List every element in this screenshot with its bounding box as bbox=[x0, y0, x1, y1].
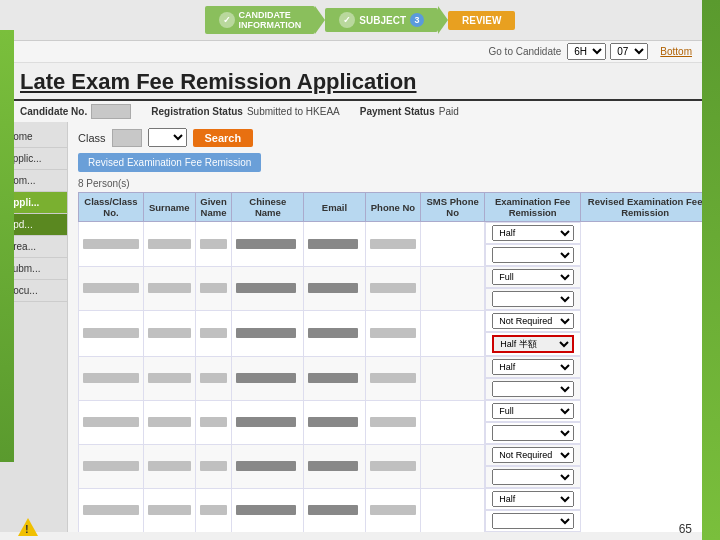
col-header-given: GivenName bbox=[195, 193, 232, 222]
candidate-check-icon: ✓ bbox=[219, 12, 235, 28]
cell-chinese-4 bbox=[232, 400, 304, 444]
revised-fee-select-1[interactable]: Half 半額Full 全額Not Required bbox=[492, 291, 574, 307]
cell-exam-fee-2[interactable]: HalfFullNot Required bbox=[485, 310, 581, 332]
col-header-phone: Phone No bbox=[365, 193, 421, 222]
exam-fee-select-4[interactable]: HalfFullNot Required bbox=[492, 403, 574, 419]
navigation-row: Go to Candidate 6H6A6B 070102 Bottom bbox=[0, 41, 720, 63]
payment-status-item: Payment Status Paid bbox=[360, 106, 459, 117]
cell-sms-4 bbox=[421, 400, 485, 444]
cell-revised-fee-1[interactable]: Half 半額Full 全額Not Required bbox=[485, 288, 581, 310]
col-header-sms: SMS PhoneNo bbox=[421, 193, 485, 222]
cell-5-2 bbox=[195, 444, 232, 488]
cell-email-5 bbox=[304, 444, 365, 488]
revised-fee-select-3[interactable]: Half 半額Full 全額Not Required bbox=[492, 381, 574, 397]
cell-chinese-0 bbox=[232, 222, 304, 267]
revised-fee-select-4[interactable]: Half 半額Full 全額Not Required bbox=[492, 425, 574, 441]
table-row: HalfFullNot RequiredHalf 半額Full 全額Not Re… bbox=[79, 488, 710, 532]
cell-revised-fee-5[interactable]: Half 半額Full 全額Not Required bbox=[485, 466, 581, 488]
cell-0-2 bbox=[195, 222, 232, 267]
cell-exam-fee-0[interactable]: HalfFullNot Required bbox=[485, 222, 581, 244]
class-label: Class bbox=[78, 132, 106, 144]
table-section: 8 Person(s) Class/ClassNo. Surname Given… bbox=[78, 178, 710, 532]
revised-fee-select-5[interactable]: Half 半額Full 全額Not Required bbox=[492, 469, 574, 485]
cell-phone-1 bbox=[365, 266, 421, 310]
exam-fee-select-6[interactable]: HalfFullNot Required bbox=[492, 491, 574, 507]
cell-revised-fee-3[interactable]: Half 半額Full 全額Not Required bbox=[485, 378, 581, 400]
candidate-select-2[interactable]: 070102 bbox=[610, 43, 648, 60]
cell-5-1 bbox=[143, 444, 195, 488]
payment-status-label: Payment Status bbox=[360, 106, 435, 117]
cell-sms-3 bbox=[421, 356, 485, 400]
cell-revised-fee-0[interactable]: Half 半額Full 全額Not Required bbox=[485, 244, 581, 266]
cell-4-1 bbox=[143, 400, 195, 444]
revised-fee-select-2[interactable]: Half 半額Full 全額Not Required bbox=[492, 335, 574, 353]
table-row: HalfFullNot RequiredHalf 半額Full 全額Not Re… bbox=[79, 400, 710, 444]
reg-status-item: Registration Status Submitted to HKEAA bbox=[151, 106, 340, 117]
cell-3-1 bbox=[143, 356, 195, 400]
cell-chinese-2 bbox=[232, 310, 304, 356]
exam-fee-select-1[interactable]: HalfFullNot Required bbox=[492, 269, 574, 285]
class-dropdown[interactable]: 6A6B6H bbox=[148, 128, 187, 147]
cell-phone-5 bbox=[365, 444, 421, 488]
table-row: HalfFullNot RequiredHalf 半額Full 全額Not Re… bbox=[79, 266, 710, 310]
cell-sms-2 bbox=[421, 310, 485, 356]
cell-0-0 bbox=[79, 222, 144, 267]
candidate-info-row: Candidate No. Registration Status Submit… bbox=[0, 101, 720, 122]
cell-revised-fee-2[interactable]: Half 半額Full 全額Not Required bbox=[485, 332, 581, 356]
table-row: HalfFullNot RequiredHalf 半額Full 全額Not Re… bbox=[79, 310, 710, 356]
cell-exam-fee-6[interactable]: HalfFullNot Required bbox=[485, 488, 581, 510]
wizard-step-review: REVIEW bbox=[448, 11, 515, 30]
cell-email-4 bbox=[304, 400, 365, 444]
cell-phone-3 bbox=[365, 356, 421, 400]
wizard-step-candidate: ✓ CANDIDATEINFORMATION bbox=[205, 6, 316, 34]
exam-fee-select-2[interactable]: HalfFullNot Required bbox=[492, 313, 574, 329]
wizard-step-subject-label: SUBJECT bbox=[359, 15, 406, 26]
revised-fee-select-6[interactable]: Half 半額Full 全額Not Required bbox=[492, 513, 574, 529]
warning-exclaim-icon: ! bbox=[25, 523, 29, 535]
cell-exam-fee-5[interactable]: HalfFullNot Required bbox=[485, 444, 581, 466]
col-header-revised-fee: Revised Examination FeeRemission bbox=[581, 193, 710, 222]
cell-chinese-6 bbox=[232, 488, 304, 532]
cell-phone-6 bbox=[365, 488, 421, 532]
cell-0-1 bbox=[143, 222, 195, 267]
col-header-class: Class/ClassNo. bbox=[79, 193, 144, 222]
bottom-link[interactable]: Bottom bbox=[660, 46, 692, 57]
candidate-no-label: Candidate No. bbox=[20, 106, 87, 117]
payment-status-value: Paid bbox=[439, 106, 459, 117]
cell-5-0 bbox=[79, 444, 144, 488]
right-decorative-bar bbox=[702, 0, 720, 540]
table-row: HalfFullNot RequiredHalf 半額Full 全額Not Re… bbox=[79, 356, 710, 400]
search-button[interactable]: Search bbox=[193, 129, 254, 147]
subject-number: 3 bbox=[410, 13, 424, 27]
revised-fee-button[interactable]: Revised Examination Fee Remission bbox=[78, 153, 261, 172]
col-header-email: Email bbox=[304, 193, 365, 222]
exam-fee-select-0[interactable]: HalfFullNot Required bbox=[492, 225, 574, 241]
cell-email-6 bbox=[304, 488, 365, 532]
cell-email-3 bbox=[304, 356, 365, 400]
reg-status-label: Registration Status bbox=[151, 106, 243, 117]
exam-fee-select-3[interactable]: HalfFullNot Required bbox=[492, 359, 574, 375]
goto-label: Go to Candidate bbox=[488, 46, 561, 57]
page-title: Late Exam Fee Remission Application bbox=[0, 63, 720, 101]
exam-fee-select-5[interactable]: HalfFullNot Required bbox=[492, 447, 574, 463]
cell-phone-2 bbox=[365, 310, 421, 356]
revised-fee-select-0[interactable]: Half 半額Full 全額Not Required bbox=[492, 247, 574, 263]
cell-phone-0 bbox=[365, 222, 421, 267]
cell-sms-1 bbox=[421, 266, 485, 310]
wizard-bar: ✓ CANDIDATEINFORMATION ✓ SUBJECT 3 REVIE… bbox=[0, 0, 720, 41]
cell-exam-fee-1[interactable]: HalfFullNot Required bbox=[485, 266, 581, 288]
candidate-select-1[interactable]: 6H6A6B bbox=[567, 43, 606, 60]
cell-sms-0 bbox=[421, 222, 485, 267]
cell-phone-4 bbox=[365, 400, 421, 444]
cell-exam-fee-3[interactable]: HalfFullNot Required bbox=[485, 356, 581, 378]
cell-exam-fee-4[interactable]: HalfFullNot Required bbox=[485, 400, 581, 422]
remission-table: Class/ClassNo. Surname GivenName Chinese… bbox=[78, 192, 710, 532]
cell-revised-fee-4[interactable]: Half 半額Full 全額Not Required bbox=[485, 422, 581, 444]
cell-revised-fee-6[interactable]: Half 半額Full 全額Not Required bbox=[485, 510, 581, 532]
subject-check-icon: ✓ bbox=[339, 12, 355, 28]
cell-6-1 bbox=[143, 488, 195, 532]
filter-row: Class 6A6B6H Search bbox=[78, 128, 710, 147]
table-row: HalfFullNot RequiredHalf 半額Full 全額Not Re… bbox=[79, 444, 710, 488]
cell-3-0 bbox=[79, 356, 144, 400]
wizard-arrow-2 bbox=[438, 6, 448, 34]
